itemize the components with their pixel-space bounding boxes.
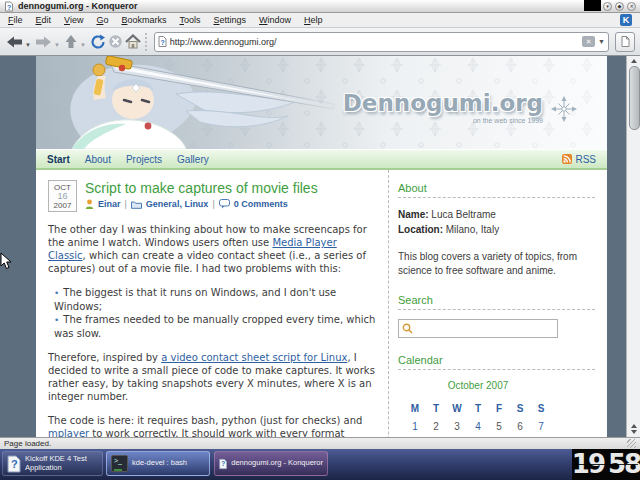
calendar-day: 5 [489, 418, 510, 436]
calendar-month-title[interactable]: October 2007 [398, 380, 558, 391]
post-title[interactable]: Script to make captures of movie files [85, 180, 318, 196]
calendar-day: 6 [510, 418, 531, 436]
menu-tools[interactable]: Tools [179, 15, 200, 25]
site-header-banner: Dennogumi.org on the web since 1999 [36, 56, 607, 149]
menu-help[interactable]: Help [304, 15, 323, 25]
list-item: The biggest is that it runs on Windows, … [54, 286, 377, 313]
menubar: File Edit View Go Bookmarks Tools Settin… [0, 13, 640, 28]
nav-projects[interactable]: Projects [126, 154, 162, 165]
menu-go[interactable]: Go [96, 15, 108, 25]
compass-icon [551, 96, 577, 122]
svg-text:?: ? [11, 458, 18, 470]
rss-label: RSS [575, 154, 596, 165]
post-meta: Einar | General, Linux | [85, 199, 318, 209]
svg-text:?: ? [160, 39, 164, 46]
task-kickoff[interactable]: ? Kickoff KDE 4 Test Application [2, 451, 103, 476]
clock-minutes: 58 [608, 449, 640, 480]
url-input[interactable]: http://www.dennogumi.org/ [170, 37, 582, 47]
window-titlebar[interactable]: ? dennogumi.org - Konqueror ▾ ◆ ✕ [0, 0, 640, 13]
calendar-day-header: T [426, 400, 447, 418]
mouse-cursor [0, 252, 12, 270]
taskbar-panel: ? Kickoff KDE 4 Test Application >_ kde-… [0, 449, 640, 480]
scroll-up-arrow-icon[interactable] [631, 424, 637, 428]
name-value: Luca Beltrame [431, 209, 495, 220]
sidebar-calendar-heading: Calendar [398, 354, 595, 370]
calendar-day[interactable]: 7 [531, 418, 552, 436]
calendar-day-header: T [468, 400, 489, 418]
sidebar-about-heading: About [398, 182, 595, 198]
statusbar: Page loaded. [0, 437, 640, 449]
calendar-day: 3 [447, 418, 468, 436]
menu-window[interactable]: Window [259, 15, 291, 25]
clock-hours: 19 [572, 449, 604, 480]
paragraph-3-text: to work correctly. It should work with e… [48, 428, 363, 437]
comments-bubble-icon [219, 199, 230, 209]
menu-view[interactable]: View [64, 15, 83, 25]
minimize-button[interactable]: ▾ [603, 2, 612, 11]
post-comments-link[interactable]: 0 Comments [234, 199, 288, 209]
scrollbar-thumb[interactable] [629, 66, 640, 130]
anime-girl-sword-artwork [36, 56, 346, 149]
up-dropdown-chevron[interactable]: ▼ [80, 42, 86, 48]
meta-separator: | [212, 199, 214, 209]
maximize-button[interactable]: ◆ [615, 2, 624, 11]
menu-file[interactable]: File [8, 15, 23, 25]
forward-arrow-icon [35, 35, 52, 49]
url-bar[interactable]: ? http://www.dennogumi.org/ ✕ ▼ [154, 32, 609, 52]
task-konsole[interactable]: >_ kde-devel : bash [106, 451, 210, 476]
kde-gear-icon: K [620, 14, 632, 26]
list-item: The frames needed to be manually cropped… [54, 313, 377, 340]
nav-gallery[interactable]: Gallery [177, 154, 209, 165]
problem-list: The biggest is that it runs on Windows, … [48, 286, 377, 340]
home-button[interactable] [124, 31, 142, 53]
paragraph-3-text: The code is here: it requires bash, pyth… [48, 415, 362, 426]
paragraph-2-text: Therefore, inspired by [48, 352, 161, 363]
page-content: OCT 16 2007 Script to make captures of m… [36, 170, 607, 437]
post-body: The other day I was thinking about how t… [48, 223, 377, 437]
up-button[interactable] [63, 31, 79, 53]
location-value: Milano, Italy [446, 224, 499, 235]
window-title: dennogumi.org - Konqueror [18, 1, 138, 11]
menu-edit[interactable]: Edit [36, 15, 52, 25]
calendar-day-header: M [405, 400, 426, 418]
nav-start[interactable]: Start [47, 154, 70, 165]
menu-settings[interactable]: Settings [213, 15, 246, 25]
reload-button[interactable] [89, 31, 107, 53]
calendar-day[interactable]: 1 [405, 418, 426, 436]
nav-about[interactable]: About [85, 154, 111, 165]
scroll-up-arrow-icon[interactable] [631, 59, 637, 63]
mplayer-link[interactable]: mplayer [48, 428, 89, 437]
konqueror-page-icon: ? [4, 1, 14, 12]
status-text: Page loaded. [4, 439, 51, 448]
url-favicon: ? [158, 36, 167, 47]
paragraph-1: The other day I was thinking about how t… [48, 223, 377, 275]
webpage: Dennogumi.org on the web since 1999 Star… [36, 56, 607, 437]
search-icon [402, 323, 413, 334]
rss-link[interactable]: RSS [562, 154, 596, 165]
stop-button[interactable] [107, 31, 124, 53]
vertical-scrollbar[interactable] [626, 56, 640, 437]
calendar-day[interactable]: 4 [468, 418, 489, 436]
rss-icon [562, 154, 572, 164]
back-button[interactable] [5, 31, 24, 53]
clear-url-icon[interactable]: ✕ [582, 36, 595, 47]
task-konqueror[interactable]: ? dennogumi.org - Konqueror [214, 451, 328, 476]
forward-button[interactable] [34, 31, 53, 53]
toolbar-separator [145, 33, 147, 51]
resize-grip[interactable] [627, 439, 636, 448]
menu-bookmarks[interactable]: Bookmarks [121, 15, 166, 25]
url-history-chevron[interactable]: ▼ [598, 38, 605, 45]
search-input[interactable] [398, 319, 558, 338]
post-categories-link[interactable]: General, Linux [146, 199, 209, 209]
task-label: Kickoff KDE 4 Test Application [25, 455, 87, 472]
contact-sheet-script-link[interactable]: a video contact sheet script for Linux [161, 352, 347, 363]
back-dropdown-chevron[interactable]: ▼ [25, 42, 31, 48]
task-label-line2: Application [25, 463, 62, 472]
flip-clock[interactable]: 19 58 [572, 449, 640, 480]
post-author-link[interactable]: Einar [98, 199, 121, 209]
scroll-down-arrow-icon[interactable] [631, 430, 637, 434]
calendar-day-header: W [447, 400, 468, 418]
forward-dropdown-chevron[interactable]: ▼ [54, 42, 60, 48]
close-button[interactable]: ✕ [627, 2, 636, 11]
url-actions-button[interactable] [615, 32, 635, 52]
